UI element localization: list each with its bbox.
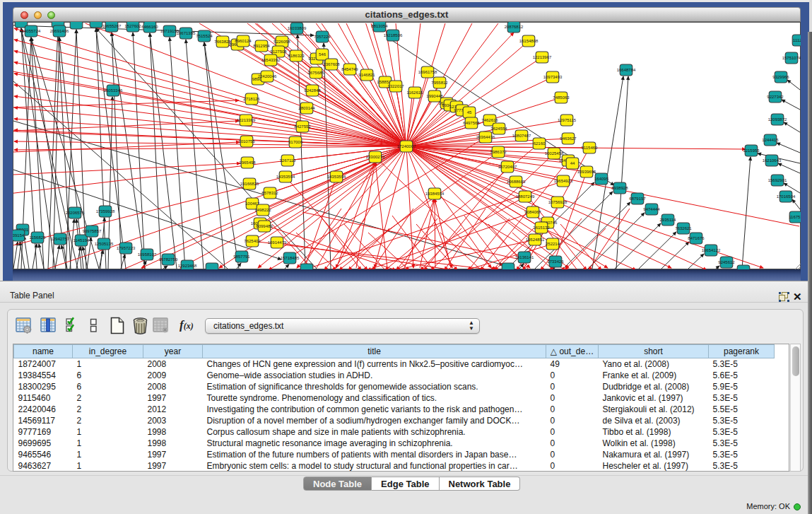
svg-text:9242848: 9242848	[304, 88, 321, 93]
svg-text:16543392: 16543392	[261, 58, 281, 62]
svg-text:7986372: 7986372	[490, 150, 507, 154]
svg-text:8578312: 8578312	[261, 191, 278, 195]
svg-text:10025458: 10025458	[545, 151, 564, 156]
svg-text:16033809: 16033809	[288, 26, 307, 30]
svg-text:12923468: 12923468	[178, 264, 197, 268]
svg-text:9329966: 9329966	[772, 75, 789, 79]
svg-text:19654923: 19654923	[554, 179, 573, 183]
svg-text:14353594: 14353594	[327, 175, 346, 179]
svg-text:20364436: 20364436	[476, 135, 495, 139]
svg-text:6879197: 6879197	[629, 197, 646, 201]
svg-text:1527602: 1527602	[124, 24, 141, 28]
svg-text:16782759: 16782759	[159, 257, 178, 262]
svg-text:12093872: 12093872	[768, 117, 787, 122]
svg-text:8912954: 8912954	[253, 44, 270, 48]
svg-text:6497568: 6497568	[463, 121, 480, 125]
svg-text:16210643: 16210643	[763, 158, 782, 163]
svg-text:12213967: 12213967	[533, 55, 552, 59]
svg-text:8471676: 8471676	[688, 236, 705, 240]
svg-text:1244415: 1244415	[762, 138, 779, 142]
svg-text:1162615: 1162615	[407, 90, 424, 95]
svg-text:17016504: 17016504	[777, 194, 796, 199]
svg-text:12505135: 12505135	[95, 242, 114, 246]
svg-text:1965498: 1965498	[239, 160, 256, 165]
svg-text:9115460: 9115460	[582, 146, 599, 150]
svg-text:15720407: 15720407	[498, 165, 517, 169]
svg-text:546: 546	[319, 52, 326, 57]
svg-text:2367608: 2367608	[323, 62, 340, 66]
svg-text:14353594: 14353594	[276, 175, 295, 179]
svg-text:6466160: 6466160	[141, 25, 158, 29]
svg-text:14055724: 14055724	[22, 29, 41, 33]
svg-text:3267110: 3267110	[280, 158, 297, 163]
svg-text:9474444: 9474444	[643, 207, 660, 211]
svg-text:90975857: 90975857	[83, 229, 102, 233]
svg-text:22420046: 22420046	[258, 74, 277, 78]
svg-text:164095: 164095	[594, 177, 609, 181]
svg-text:62160: 62160	[534, 141, 546, 146]
svg-text:9084067: 9084067	[524, 210, 541, 214]
svg-text:19218506: 19218506	[384, 33, 403, 37]
svg-text:10939695: 10939695	[577, 170, 596, 174]
svg-text:1156829: 1156829	[30, 235, 47, 240]
svg-text:252214: 252214	[546, 242, 560, 246]
svg-text:10973493: 10973493	[543, 75, 563, 79]
svg-text:11123: 11123	[793, 38, 801, 42]
svg-text:7485063: 7485063	[553, 95, 570, 100]
svg-text:44: 44	[570, 161, 575, 165]
svg-text:17240007: 17240007	[397, 144, 416, 148]
svg-text:1733426: 1733426	[547, 259, 564, 264]
svg-text:10688609: 10688609	[507, 180, 526, 184]
svg-text:1498222: 1498222	[254, 208, 271, 212]
svg-text:8960124: 8960124	[235, 39, 252, 43]
svg-text:3624554: 3624554	[490, 127, 507, 131]
svg-text:19166825: 19166825	[240, 182, 259, 186]
svg-text:45: 45	[467, 110, 472, 115]
svg-text:3675685: 3675685	[307, 71, 324, 75]
svg-text:10807487: 10807487	[512, 134, 531, 138]
svg-text:9146821: 9146821	[358, 73, 375, 77]
svg-text:20876812: 20876812	[505, 25, 524, 29]
svg-text:19524851: 19524851	[526, 238, 545, 242]
svg-text:5226058: 5226058	[273, 40, 290, 44]
svg-text:116753: 116753	[789, 215, 801, 219]
svg-text:1615132: 1615132	[533, 226, 550, 230]
svg-text:2718126: 2718126	[243, 97, 260, 101]
svg-text:17957223: 17957223	[117, 246, 136, 250]
svg-text:8186323: 8186323	[288, 54, 305, 58]
svg-text:12975115: 12975115	[558, 118, 577, 122]
svg-text:14136141: 14136141	[515, 255, 534, 259]
svg-text:10654122: 10654122	[702, 248, 721, 252]
svg-text:9463627: 9463627	[560, 136, 577, 141]
svg-text:10756928: 10756928	[548, 200, 567, 204]
svg-text:10671385: 10671385	[177, 31, 196, 35]
svg-text:1010755: 1010755	[238, 139, 255, 144]
svg-text:7632621: 7632621	[675, 226, 692, 230]
svg-text:12942757: 12942757	[51, 237, 70, 241]
svg-text:9245612: 9245612	[718, 260, 735, 264]
svg-text:25053346: 25053346	[104, 88, 123, 93]
svg-text:16648784: 16648784	[617, 68, 636, 72]
svg-text:9857791: 9857791	[233, 255, 250, 259]
svg-text:8813054: 8813054	[371, 24, 388, 28]
svg-text:7625402: 7625402	[244, 239, 261, 243]
svg-text:2935114: 2935114	[660, 218, 677, 222]
svg-text:7955812: 7955812	[431, 81, 448, 85]
svg-text:23300273: 23300273	[366, 155, 385, 159]
svg-text:18807249: 18807249	[516, 194, 535, 199]
svg-text:15751074: 15751074	[782, 56, 801, 60]
svg-text:8454749: 8454749	[341, 67, 358, 71]
svg-text:2803144: 2803144	[298, 106, 315, 110]
svg-text:8427552: 8427552	[294, 124, 311, 129]
svg-text:10655267: 10655267	[102, 24, 122, 28]
svg-text:317006: 317006	[288, 140, 303, 144]
svg-text:6099489: 6099489	[256, 224, 273, 228]
svg-text:3215955: 3215955	[743, 148, 760, 153]
svg-text:19384554: 19384554	[425, 192, 445, 196]
svg-text:10958107: 10958107	[138, 252, 157, 257]
svg-text:12213369: 12213369	[237, 118, 256, 122]
svg-text:7462616: 7462616	[481, 118, 498, 122]
svg-text:9227342: 9227342	[767, 95, 784, 99]
svg-text:1145194: 1145194	[73, 238, 90, 243]
svg-text:20691406: 20691406	[50, 29, 69, 33]
